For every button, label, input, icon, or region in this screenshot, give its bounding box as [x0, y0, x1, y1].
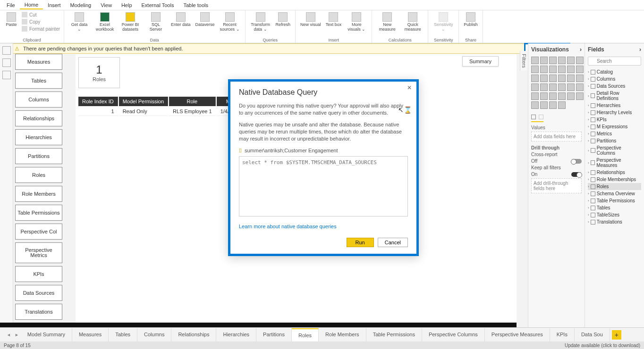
nav-roles[interactable]: Roles	[15, 167, 62, 183]
enter-data-button[interactable]: Enter data	[169, 11, 193, 28]
dialog-close-button[interactable]: ✕	[407, 84, 412, 91]
field-item-columns[interactable]: ›Columns	[588, 75, 641, 83]
field-item-metrics[interactable]: ›Metrics	[588, 130, 641, 137]
cut-button[interactable]: Cut	[21, 11, 61, 18]
viz-tile[interactable]	[531, 57, 539, 64]
cancel-button[interactable]: Cancel	[378, 238, 408, 247]
nav-perspective-col[interactable]: Perspective Col	[15, 224, 62, 240]
page-prev[interactable]: ◄	[5, 332, 13, 337]
page-tab-role-members[interactable]: Role Members	[319, 328, 366, 341]
field-item-relationships[interactable]: ›Relationships	[588, 169, 641, 176]
page-tab-tables[interactable]: Tables	[109, 328, 137, 341]
fields-tab-icon[interactable]	[531, 115, 536, 119]
page-tab-relationships[interactable]: Relationships	[171, 328, 216, 341]
field-item-table-permissions[interactable]: ›Table Permissions	[588, 197, 641, 204]
format-tab-icon[interactable]	[539, 115, 543, 119]
viz-tile[interactable]	[531, 83, 539, 91]
viz-tile[interactable]	[567, 57, 575, 64]
nav-perspective-metrics[interactable]: Perspective Metrics	[15, 242, 62, 263]
field-item-detail-row-definitions[interactable]: ›Detail Row Definitions	[588, 90, 641, 102]
viz-tile[interactable]	[576, 75, 584, 82]
nav-partitions[interactable]: Partitions	[15, 148, 62, 164]
nav-measures[interactable]: Measures	[15, 54, 62, 70]
field-item-tablesizes[interactable]: ›TableSizes	[588, 211, 641, 218]
menu-view[interactable]: View	[96, 1, 117, 9]
new-measure-button[interactable]: New measure	[375, 11, 399, 33]
transform-data-button[interactable]: Transform data ⌄	[248, 11, 273, 33]
report-view-icon[interactable]	[2, 46, 11, 55]
values-drop[interactable]: Add data fields here	[531, 132, 582, 141]
quick-measure-button[interactable]: Quick measure	[400, 11, 425, 33]
recent-sources-button[interactable]: Recent sources ⌄	[218, 11, 242, 33]
viz-tile[interactable]	[531, 92, 539, 100]
viz-tile[interactable]	[531, 101, 539, 109]
pbi-datasets-button[interactable]: Power BI datasets	[118, 11, 143, 33]
dataverse-button[interactable]: Dataverse	[194, 11, 217, 28]
model-view-icon[interactable]	[2, 71, 11, 79]
text-box-button[interactable]: Text box	[324, 11, 344, 28]
field-item-schema-overview[interactable]: ›Schema Overview	[588, 190, 641, 197]
page-tab-kpis[interactable]: KPIs	[550, 328, 575, 341]
nav-relationships[interactable]: Relationships	[15, 110, 62, 126]
nav-translations[interactable]: Translations	[15, 304, 62, 320]
menu-home[interactable]: Home	[20, 1, 43, 9]
more-visuals-button[interactable]: More visuals ⌄	[344, 11, 369, 33]
filters-pane-toggle[interactable]: Filters	[520, 51, 528, 71]
page-tab-hierarchies[interactable]: Hierarchies	[216, 328, 256, 341]
viz-tile[interactable]	[540, 75, 548, 82]
viz-tile[interactable]	[558, 57, 566, 64]
viz-tile[interactable]	[558, 92, 566, 100]
viz-tile[interactable]	[558, 83, 566, 91]
viz-tile[interactable]	[549, 66, 557, 73]
field-item-perspective-columns[interactable]: ›Perspective Columns	[588, 144, 641, 157]
page-tab-table-permissions[interactable]: Table Permissions	[366, 328, 422, 341]
page-tab-perspective-columns[interactable]: Perspective Columns	[422, 328, 485, 341]
paste-button[interactable]: Paste	[3, 11, 20, 28]
field-item-role-memberships[interactable]: ›Role Memberships	[588, 176, 641, 183]
field-item-partitions[interactable]: ›Partitions	[588, 137, 641, 144]
viz-tile[interactable]	[576, 66, 584, 73]
nav-table-permissions[interactable]: Table Permissions	[15, 205, 62, 221]
viz-tile[interactable]	[531, 75, 539, 82]
cross-report-toggle[interactable]	[571, 159, 582, 164]
nav-hierarchies[interactable]: Hierarchies	[15, 129, 62, 145]
page-tab-columns[interactable]: Columns	[137, 328, 171, 341]
viz-tile[interactable]	[549, 83, 557, 91]
menu-help[interactable]: Help	[117, 1, 137, 9]
viz-tile[interactable]	[567, 66, 575, 73]
field-item-tables[interactable]: ›Tables	[588, 204, 641, 211]
nav-role-members[interactable]: Role Members	[15, 186, 62, 202]
copy-button[interactable]: Copy	[21, 18, 61, 25]
col-model-permission[interactable]: Model Permission	[119, 97, 168, 106]
viz-tile[interactable]	[567, 75, 575, 82]
viz-tile[interactable]	[576, 57, 584, 64]
field-item-kpis[interactable]: ›KPIs	[588, 116, 641, 123]
viz-tile[interactable]	[540, 83, 548, 91]
field-item-catalog[interactable]: ›Catalog	[588, 68, 641, 75]
sql-server-button[interactable]: SQL Server	[144, 11, 168, 33]
query-textarea[interactable]	[239, 156, 408, 216]
sensitivity-button[interactable]: Sensitivity ⌄	[431, 11, 456, 33]
viz-tile[interactable]	[549, 92, 557, 100]
viz-tile[interactable]	[540, 92, 548, 100]
menu-modeling[interactable]: Modeling	[66, 1, 96, 9]
viz-tile[interactable]	[549, 57, 557, 64]
page-tab-model-summary[interactable]: Model Summary	[21, 328, 72, 341]
get-data-button[interactable]: Get data ⌄	[67, 11, 92, 33]
refresh-button[interactable]: Refresh	[274, 11, 293, 28]
viz-tile[interactable]	[558, 101, 566, 109]
viz-tile[interactable]	[531, 66, 539, 73]
summary-button[interactable]: Summary	[462, 56, 499, 66]
nav-data-sources[interactable]: Data Sources	[15, 285, 62, 301]
field-item-perspective-measures[interactable]: ›Perspective Measures	[588, 157, 641, 169]
page-tab-data-sou[interactable]: Data Sou	[575, 328, 610, 341]
collapse-viz-icon[interactable]: ›	[580, 46, 582, 53]
field-item-hierarchies[interactable]: ›Hierarchies	[588, 102, 641, 109]
data-view-icon[interactable]	[2, 58, 11, 67]
menu-external[interactable]: External Tools	[137, 1, 179, 9]
page-next[interactable]: ►	[13, 332, 21, 337]
page-tab-perspective-measures[interactable]: Perspective Measures	[485, 328, 550, 341]
learn-more-link[interactable]: Learn more about native database queries	[239, 224, 408, 229]
viz-tile[interactable]	[549, 101, 557, 109]
viz-tile[interactable]	[549, 75, 557, 82]
